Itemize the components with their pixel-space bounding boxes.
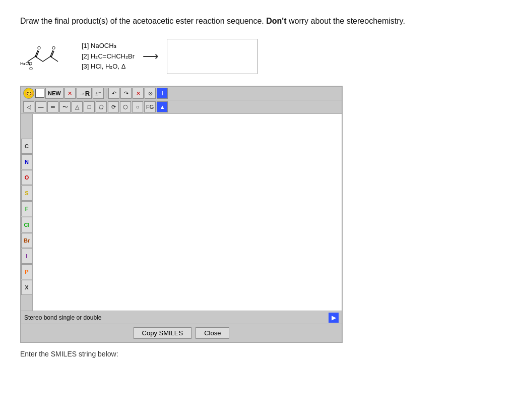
arrow-r-button[interactable]: →R: [77, 88, 92, 99]
status-arrow-button[interactable]: ▶: [329, 313, 339, 323]
atom-s-button[interactable]: S: [21, 186, 32, 201]
atom-o-button[interactable]: O: [21, 170, 32, 185]
svg-line-1: [35, 56, 43, 62]
question-bold: Don't: [266, 17, 286, 25]
flip-button[interactable]: ⊙: [145, 88, 156, 99]
atom-panel: C N O S F Cl Br I P X: [21, 139, 32, 295]
triangle-icon: △: [75, 104, 79, 110]
question-text: Draw the final product(s) of the acetoac…: [20, 15, 496, 27]
svg-line-2: [43, 56, 50, 62]
select-button[interactable]: ◁: [23, 101, 34, 112]
triangle-button[interactable]: △: [72, 101, 83, 112]
atom-p-button[interactable]: P: [21, 264, 32, 279]
pentagon-icon: ⬠: [99, 104, 104, 110]
stereo-button[interactable]: ▲: [157, 101, 168, 112]
reaction-conditions: [1] NaOCH₃ [2] H₂C=CHCH₂Br [3] HCl, H₂O,…: [82, 41, 135, 72]
single-bond-button[interactable]: —: [35, 101, 46, 112]
atom-n-button[interactable]: N: [21, 154, 32, 169]
question-part2: worry about the stereochemistry.: [287, 17, 405, 25]
smiley-button[interactable]: 😊: [23, 88, 34, 99]
condition-line2: [2] H₂C=CHCH₂Br: [82, 51, 135, 62]
atom-c-button[interactable]: C: [21, 139, 32, 154]
svg-text:O: O: [29, 66, 33, 71]
flip-icon: ⊙: [148, 90, 153, 97]
cut-icon: ✕: [136, 90, 141, 97]
separator1: [106, 89, 106, 98]
atom-x-button[interactable]: X: [21, 280, 32, 295]
status-bar: Stereo bond single or double ▶: [21, 311, 342, 324]
main-area: C N O S F Cl Br I P X: [21, 114, 342, 311]
hexagon-button[interactable]: ⬡: [120, 101, 131, 112]
undo2-button[interactable]: ↷: [120, 88, 132, 99]
condition-line1: [1] NaOCH₃: [82, 41, 135, 51]
product-box: [167, 39, 257, 74]
hexagon-arrow-icon: ⟳: [111, 104, 116, 110]
fg-icon: FG: [146, 104, 154, 110]
enter-smiles-label: Enter the SMILES string below:: [20, 350, 496, 358]
toolbar-row1: 😊 NEW ✕ →R ±⁻ ↶ ↷ ✕ ⊙ i: [21, 87, 342, 100]
pentagon-button[interactable]: ⬠: [96, 101, 107, 112]
wavy-bond-icon: 〜: [62, 103, 68, 111]
atom-br-button[interactable]: Br: [21, 233, 32, 248]
reactant-molecule: O O H₃CO O: [20, 36, 76, 77]
svg-text:O: O: [37, 45, 41, 50]
charge-button[interactable]: ±⁻: [93, 88, 104, 99]
condition-line3: [3] HCl, H₂O, Δ: [82, 62, 135, 72]
arrow-r-icon: →R: [79, 90, 90, 97]
undo-icon: ↶: [112, 90, 116, 97]
charge-icon: ±⁻: [95, 90, 101, 97]
close-button[interactable]: Close: [196, 327, 229, 339]
cut-button[interactable]: ✕: [133, 88, 144, 99]
sketcher-container: 😊 NEW ✕ →R ±⁻ ↶ ↷ ✕ ⊙ i ◁ — ═ 〜 △ □ ⬠ ⟳ …: [20, 86, 343, 343]
square-icon: □: [88, 104, 91, 110]
info-button[interactable]: i: [157, 88, 168, 99]
bottom-buttons: Copy SMILES Close: [21, 324, 342, 342]
double-bond-icon: ═: [51, 104, 55, 110]
question-part1: Draw the final product(s) of the acetoac…: [20, 17, 266, 25]
reaction-area: O O H₃CO O [1] NaOCH₃ [2] H₂C=CHCH₂Br [3…: [20, 36, 496, 77]
new-button[interactable]: NEW: [45, 88, 63, 99]
atom-i-button[interactable]: I: [21, 249, 32, 264]
atom-f-button[interactable]: F: [21, 201, 32, 216]
drawing-canvas[interactable]: [32, 114, 342, 311]
undo-button[interactable]: ↶: [108, 88, 119, 99]
delete-button[interactable]: ✕: [64, 88, 76, 99]
square-button[interactable]: □: [84, 101, 95, 112]
atom-cl-button[interactable]: Cl: [21, 217, 32, 232]
copy-smiles-button[interactable]: Copy SMILES: [134, 327, 192, 339]
svg-text:O: O: [52, 45, 55, 50]
hexagon-arrow-button[interactable]: ⟳: [108, 101, 119, 112]
single-bond-icon: —: [38, 104, 44, 110]
checkbox-button[interactable]: [35, 89, 44, 98]
toolbar-row2: ◁ — ═ 〜 △ □ ⬠ ⟳ ⬡ ○ FG ▲: [21, 100, 342, 114]
svg-line-3: [50, 56, 58, 62]
reaction-arrow: ⟶: [143, 50, 159, 63]
fg-button[interactable]: FG: [144, 101, 156, 112]
undo2-icon: ↷: [124, 90, 128, 97]
info-icon: i: [162, 90, 163, 96]
status-text: Stereo bond single or double: [24, 314, 329, 321]
circle-button[interactable]: ○: [132, 101, 143, 112]
stereo-icon: ▲: [160, 104, 165, 110]
wavy-bond-button[interactable]: 〜: [59, 101, 71, 112]
circle-icon: ○: [136, 104, 140, 110]
select-icon: ◁: [27, 104, 31, 110]
hexagon-icon: ⬡: [123, 104, 128, 110]
double-bond-button[interactable]: ═: [47, 101, 58, 112]
